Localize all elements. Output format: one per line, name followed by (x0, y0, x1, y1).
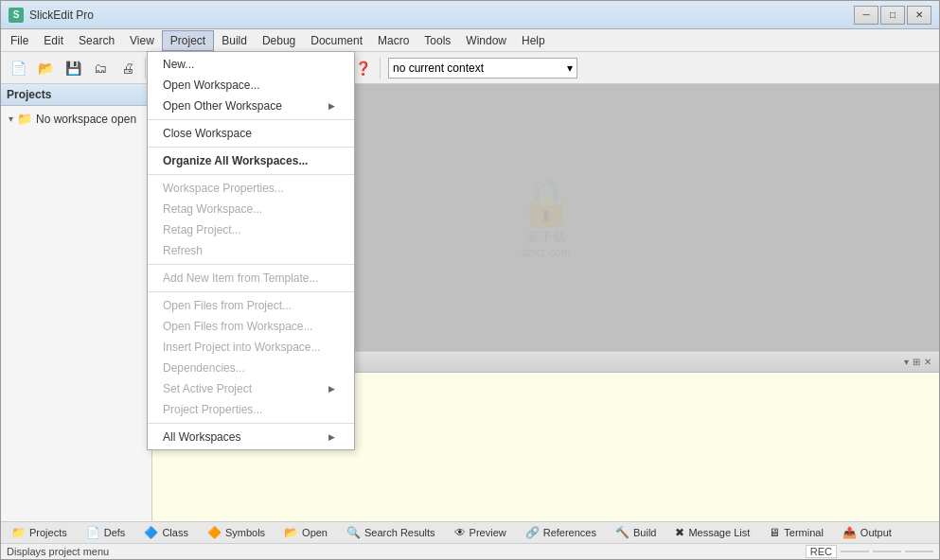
menu-help[interactable]: Help (514, 30, 553, 51)
references-tab-label: References (543, 527, 596, 538)
toolbar-save-all-button[interactable]: 🗂 (87, 56, 114, 80)
menu-open-other-workspace[interactable]: Open Other Workspace ▶ (148, 96, 354, 116)
status-rec-box: REC (806, 545, 837, 558)
context-dropdown-arrow: ▾ (567, 61, 573, 75)
menu-open-workspace[interactable]: Open Workspace... (148, 84, 354, 96)
status-box-2 (873, 551, 901, 552)
menu-window[interactable]: Window (458, 30, 514, 51)
build-tab-icon: 🔨 (615, 526, 630, 539)
terminal-tab-icon: 🖥 (769, 526, 780, 539)
menu-debug[interactable]: Debug (255, 30, 303, 51)
defs-tab-label: Defs (104, 527, 126, 538)
menu-retag-workspace: Retag Workspace... (148, 199, 354, 219)
projects-tree: ▾ 📁 No workspace open (1, 106, 151, 521)
separator-2 (148, 147, 354, 148)
tree-arrow-icon: ▾ (9, 114, 13, 124)
defs-tab-icon: 📄 (86, 526, 100, 539)
menu-organize-all-workspaces[interactable]: Organize All Workspaces... (148, 150, 354, 171)
open-tab-icon: 📂 (284, 526, 298, 539)
message-list-tab-label: Message List (688, 527, 750, 538)
tree-root-label: No workspace open (36, 113, 136, 126)
tab-terminal[interactable]: 🖥 Terminal (760, 522, 832, 543)
maximize-button[interactable]: □ (880, 6, 905, 25)
toolbar-separator-3 (380, 58, 381, 79)
preview-tab-icon: 👁 (454, 526, 466, 539)
menu-project-properties: Project Properties... (148, 399, 354, 420)
tab-output[interactable]: 📤 Output (834, 522, 900, 543)
menu-close-workspace[interactable]: Close Workspace (148, 123, 354, 144)
close-button[interactable]: ✕ (907, 6, 931, 25)
terminal-tab-label: Terminal (784, 527, 824, 538)
toolbar-print-button[interactable]: 🖨 (115, 56, 141, 80)
submenu-arrow-active-project: ▶ (328, 384, 335, 394)
status-right-area: REC (806, 545, 933, 558)
menu-retag-project: Retag Project... (148, 219, 354, 240)
toolbar-open-button[interactable]: 📂 (32, 56, 59, 80)
menu-macro[interactable]: Macro (370, 30, 417, 51)
references-tab-icon: 🔗 (525, 526, 540, 539)
watermark: 🔒 安下载 anxz.com (518, 176, 575, 259)
build-pin-down-btn[interactable]: ▾ (904, 357, 909, 367)
menu-tools[interactable]: Tools (417, 30, 458, 51)
menu-view[interactable]: View (122, 30, 162, 51)
toolbar-save-button[interactable]: 💾 (60, 56, 86, 80)
class-tab-label: Class (162, 527, 188, 538)
status-box-3 (905, 551, 933, 552)
menu-build[interactable]: Build (214, 30, 255, 51)
menu-insert-project: Insert Project into Workspace... (148, 337, 354, 358)
context-dropdown[interactable]: no current context ▾ (388, 58, 577, 79)
menu-refresh: Refresh (148, 240, 354, 261)
build-header-controls: ▾ ⊞ ✕ (904, 357, 931, 367)
tab-build[interactable]: 🔨 Build (607, 522, 665, 543)
menu-edit[interactable]: Edit (36, 30, 71, 51)
tab-open[interactable]: 📂 Open (275, 522, 336, 543)
menu-file[interactable]: File (3, 30, 36, 51)
window-title: SlickEdit Pro (29, 9, 854, 22)
menu-bar: File Edit Search View Project Build Debu… (1, 29, 939, 52)
build-float-btn[interactable]: ⊞ (913, 357, 920, 367)
app-icon: S (9, 8, 24, 23)
tab-message-list[interactable]: ✖ Message List (666, 522, 758, 543)
message-list-tab-icon: ✖ (675, 526, 684, 539)
tab-references[interactable]: 🔗 References (517, 522, 605, 543)
submenu-arrow-all-workspaces: ▶ (328, 432, 335, 442)
tab-search-results[interactable]: 🔍 Search Results (338, 522, 444, 543)
toolbar-new-button[interactable]: 📄 (5, 56, 31, 80)
menu-workspace-properties: Workspace Properties... (148, 178, 354, 199)
folder-icon: 📁 (17, 112, 32, 126)
tab-symbols[interactable]: 🔶 Symbols (199, 522, 274, 543)
status-bar: 📁 Projects 📄 Defs 🔷 Class 🔶 Symbols 📂 Op… (1, 521, 939, 559)
status-box-1 (841, 551, 869, 552)
menu-document[interactable]: Document (303, 30, 370, 51)
tab-defs[interactable]: 📄 Defs (78, 522, 134, 543)
window-frame: S SlickEdit Pro ─ □ ✕ File Edit Search V… (0, 0, 940, 560)
submenu-arrow-other-workspace: ▶ (328, 101, 335, 111)
title-bar: S SlickEdit Pro ─ □ ✕ (1, 1, 939, 29)
tree-root-item[interactable]: ▾ 📁 No workspace open (5, 110, 148, 128)
build-close-btn[interactable]: ✕ (924, 357, 931, 367)
tab-projects[interactable]: 📁 Projects (3, 522, 76, 543)
preview-tab-label: Preview (470, 527, 506, 538)
menu-open-files-workspace: Open Files from Workspace... (148, 316, 354, 337)
open-tab-label: Open (302, 527, 328, 538)
tab-preview[interactable]: 👁 Preview (446, 522, 515, 543)
menu-search[interactable]: Search (71, 30, 122, 51)
separator-1 (148, 119, 354, 120)
projects-header: Projects (1, 84, 151, 106)
menu-open-files-project: Open Files from Project... (148, 295, 354, 316)
menu-all-workspaces[interactable]: All Workspaces ▶ (148, 427, 354, 447)
menu-project[interactable]: Project (162, 30, 214, 51)
separator-5 (148, 291, 354, 292)
search-results-tab-label: Search Results (364, 527, 435, 538)
output-tab-icon: 📤 (842, 526, 857, 539)
toolbar: 📄 📂 💾 🗂 🖨 ◀ ▶ 🔍 🔎 🔍 ▶ 🔧 ❓ no current con… (1, 52, 939, 84)
menu-add-new-item: Add New Item from Template... (148, 268, 354, 289)
projects-tab-icon: 📁 (11, 526, 26, 539)
tab-class[interactable]: 🔷 Class (135, 522, 197, 543)
status-tabs: 📁 Projects 📄 Defs 🔷 Class 🔶 Symbols 📂 Op… (1, 522, 939, 544)
project-dropdown-menu: New... Open Workspace... Open Other Work… (147, 84, 355, 450)
menu-dependencies: Dependencies... (148, 358, 354, 378)
search-results-tab-icon: 🔍 (346, 526, 361, 539)
projects-panel: Projects ▾ 📁 No workspace open (1, 84, 152, 521)
minimize-button[interactable]: ─ (854, 6, 878, 25)
